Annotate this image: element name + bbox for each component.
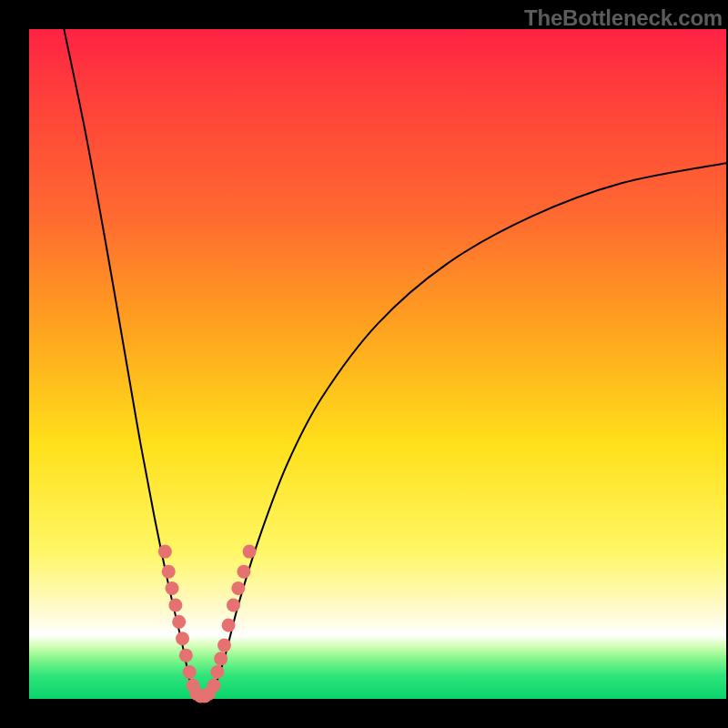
accent-dot (162, 565, 176, 579)
accent-dot (243, 545, 257, 559)
accent-dot (176, 632, 189, 645)
chart-svg (29, 29, 726, 699)
curve-layer (64, 29, 726, 699)
accent-dot (237, 565, 250, 579)
right-arm-curve (210, 163, 726, 699)
accent-dots-layer (158, 545, 257, 703)
accent-dot (214, 652, 228, 665)
chart-frame: TheBottleneck.com (0, 0, 728, 728)
accent-dot (166, 581, 179, 595)
accent-dot (168, 598, 182, 612)
accent-dot (179, 649, 193, 662)
accent-dot (210, 665, 224, 679)
accent-dot (158, 545, 172, 559)
accent-dot (227, 598, 240, 612)
accent-dot (207, 679, 220, 693)
attribution-text: TheBottleneck.com (524, 5, 723, 31)
accent-dot (172, 615, 186, 629)
accent-dot (222, 619, 236, 632)
accent-dot (217, 639, 231, 652)
accent-dot (231, 581, 245, 595)
accent-dot (183, 665, 197, 679)
